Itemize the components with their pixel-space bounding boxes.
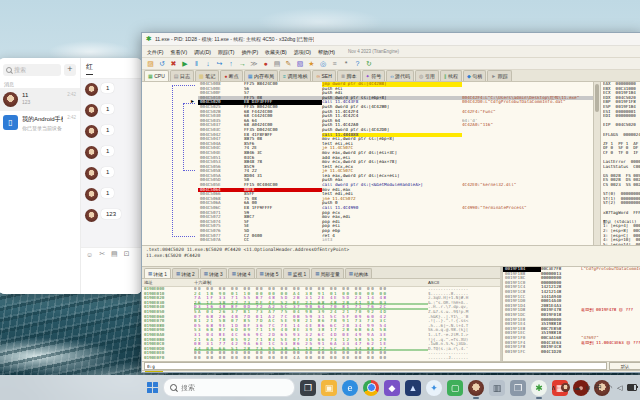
disasm-scrollbar[interactable] bbox=[593, 82, 600, 245]
run-icon[interactable]: ▶ bbox=[181, 59, 190, 68]
menu-item[interactable]: 选项(O) bbox=[294, 49, 311, 55]
tray-ime-icon[interactable]: 中 bbox=[595, 383, 602, 393]
tab-threads[interactable]: ∥线程 bbox=[440, 70, 462, 81]
task-view-icon[interactable]: ❐ bbox=[300, 380, 316, 396]
tab-call-stack[interactable]: ≡调用堆栈 bbox=[279, 70, 311, 81]
register-line[interactable]: CF 0 TF 0 IF 1 bbox=[603, 151, 640, 156]
stack-row[interactable]: 0019F1FC004C1D20 bbox=[503, 350, 640, 355]
tab-log[interactable]: ▤日志 bbox=[170, 70, 194, 81]
menu-item[interactable]: 插件(P) bbox=[241, 49, 258, 55]
tab-trace[interactable]: ►跟踪 bbox=[487, 70, 511, 81]
chat-search-input[interactable]: 搜索 bbox=[3, 64, 61, 76]
watch-1[interactable]: ▦监视 1 bbox=[283, 268, 310, 278]
dump-1[interactable]: ▦转储 1 bbox=[144, 268, 171, 278]
register-line[interactable]: 5: [esp+14] 004C42F4 bbox=[603, 243, 640, 245]
dump-row[interactable]: 0190E0F000 00 00 00 00 00 00 00 4A 00 00… bbox=[142, 356, 500, 361]
command-profile-dropdown[interactable]: 默认 bbox=[609, 362, 640, 370]
image-icon[interactable]: ▤ bbox=[111, 250, 118, 258]
search-icon[interactable]: ◎ bbox=[319, 59, 328, 68]
menu-item[interactable]: 帮助(H) bbox=[318, 49, 335, 55]
tab-notes[interactable]: ▥笔记 bbox=[195, 70, 219, 81]
chat-list-item[interactable]: ▯我的Android手机你已登录当前设备2:42 bbox=[0, 111, 80, 135]
step-into-icon[interactable]: ↓ bbox=[204, 59, 213, 68]
tab-seh[interactable]: ∞SEH bbox=[312, 70, 335, 81]
compass-app-icon[interactable]: ✦ bbox=[426, 380, 442, 396]
tab-source[interactable]: ‹›源代码 bbox=[386, 70, 414, 81]
edge-icon[interactable]: e bbox=[342, 380, 358, 396]
tray-volume-icon[interactable]: ◁ bbox=[617, 384, 622, 392]
step-out-icon[interactable]: ↑ bbox=[227, 59, 236, 68]
refresh-icon[interactable]: ↻ bbox=[365, 59, 374, 68]
emoji-icon[interactable]: ☺ bbox=[86, 251, 93, 258]
dump-4[interactable]: ▦转储 4 bbox=[228, 268, 255, 278]
tray-avatar-icon[interactable] bbox=[561, 383, 570, 392]
tray-chevron-icon[interactable]: ∧ bbox=[551, 384, 556, 392]
log-icon[interactable]: ▤ bbox=[273, 59, 282, 68]
register-line[interactable]: CS 0023 SS 002B bbox=[603, 183, 640, 188]
tab-memory-map[interactable]: ▦内存布局 bbox=[244, 70, 278, 81]
dump-5[interactable]: ▦转储 5 bbox=[256, 268, 283, 278]
file-icon[interactable]: ⊡ bbox=[124, 250, 130, 258]
tab-breakpoints[interactable]: ●断点 bbox=[220, 70, 243, 81]
edit-icon[interactable]: ✎ bbox=[284, 59, 293, 68]
register-line[interactable]: EIP 004C5020 bbox=[603, 123, 640, 128]
register-line[interactable]: ST(2) 0000000000000000 bbox=[603, 201, 640, 206]
patch-icon[interactable]: ▧ bbox=[296, 59, 305, 68]
restart-icon[interactable]: ↺ bbox=[158, 59, 167, 68]
tray-cloud-icon[interactable]: ☁ bbox=[574, 384, 581, 392]
menu-item[interactable]: 调试(D) bbox=[194, 49, 211, 55]
menu-item[interactable]: 跟踪(T) bbox=[218, 49, 234, 55]
command-input[interactable] bbox=[144, 362, 607, 370]
pause-icon[interactable]: ‖ bbox=[192, 59, 201, 68]
settings-icon[interactable]: * bbox=[342, 59, 351, 68]
tab-call-stack-icon: ≡ bbox=[283, 73, 286, 79]
tab-symbols[interactable]: ✦符号 bbox=[362, 70, 386, 81]
chat-list-item[interactable]: 111232:42 bbox=[0, 88, 80, 111]
tray-mic-icon[interactable]: ψ bbox=[586, 384, 591, 391]
qq-avatar-icon[interactable] bbox=[468, 380, 484, 396]
chart-app-icon[interactable]: ▥ bbox=[489, 380, 505, 396]
register-line[interactable]: EDI 00000000 bbox=[603, 114, 640, 119]
menu-item[interactable]: 收藏夹(B) bbox=[265, 49, 287, 55]
taskbar-search[interactable]: 搜索 bbox=[163, 378, 295, 397]
tray-wifi-icon[interactable]: ◠ bbox=[607, 384, 613, 392]
purple-app-icon[interactable]: ◆ bbox=[384, 380, 400, 396]
message-input[interactable] bbox=[81, 260, 143, 294]
dump-2[interactable]: ▦转储 2 bbox=[172, 268, 199, 278]
tab-script[interactable]: ≣脚本 bbox=[337, 70, 361, 81]
screenshot-icon[interactable]: ✂ bbox=[99, 250, 105, 258]
highlight-icon[interactable]: ★ bbox=[307, 59, 316, 68]
run-to-cursor-icon[interactable]: → bbox=[238, 59, 247, 68]
locals[interactable]: ▦局部变量 bbox=[311, 268, 343, 278]
add-chat-button[interactable]: + bbox=[64, 64, 76, 76]
navy-app-icon[interactable]: ▲ bbox=[405, 380, 421, 396]
debugger-titlebar[interactable]: ✱ 11.exe - PID: 1D28 - 模块: 11.exe - 线程: … bbox=[142, 33, 640, 46]
open-file-icon[interactable]: ▨ bbox=[146, 59, 155, 68]
tab-cpu[interactable]: ▦CPU bbox=[144, 70, 169, 81]
file-explorer-icon[interactable]: ▣ bbox=[321, 380, 337, 396]
chrome-icon[interactable] bbox=[363, 380, 379, 396]
dump-3[interactable]: ▦转储 3 bbox=[200, 268, 227, 278]
close-icon[interactable]: ✖ bbox=[169, 59, 178, 68]
tray-battery-icon[interactable] bbox=[627, 384, 637, 391]
step-over-icon[interactable]: ↪ bbox=[215, 59, 224, 68]
x32dbg-bug-icon[interactable]: ✱ bbox=[531, 380, 547, 396]
calculator-icon[interactable]: ≡ bbox=[330, 59, 339, 68]
menu-item[interactable]: 文件(F) bbox=[147, 49, 163, 55]
avatar bbox=[3, 92, 18, 107]
window-app-icon[interactable]: ❒ bbox=[510, 380, 526, 396]
trace-icon[interactable]: ≫ bbox=[250, 59, 259, 68]
register-line[interactable]: EFLAGS 00000246 bbox=[603, 133, 640, 138]
struct[interactable]: ▦结构体 bbox=[345, 268, 373, 278]
help-icon[interactable]: ? bbox=[353, 59, 362, 68]
register-line[interactable]: x87TagWord FFFF bbox=[603, 211, 640, 216]
disasm-row[interactable]: 004C507ACCint3 bbox=[198, 238, 593, 243]
green-app-icon[interactable]: ▢ bbox=[447, 380, 463, 396]
tab-handles[interactable]: ◆句柄 bbox=[463, 70, 486, 81]
breakpoint-icon[interactable]: ● bbox=[261, 59, 270, 68]
dump-header: 地址 十六进制 ASCII bbox=[142, 279, 500, 287]
tab-references[interactable]: ◎引用 bbox=[415, 70, 439, 81]
start-button[interactable] bbox=[147, 382, 158, 393]
menu-item[interactable]: 查看(V) bbox=[170, 49, 187, 55]
register-line[interactable]: LastStatus C0000135 bbox=[603, 165, 640, 170]
